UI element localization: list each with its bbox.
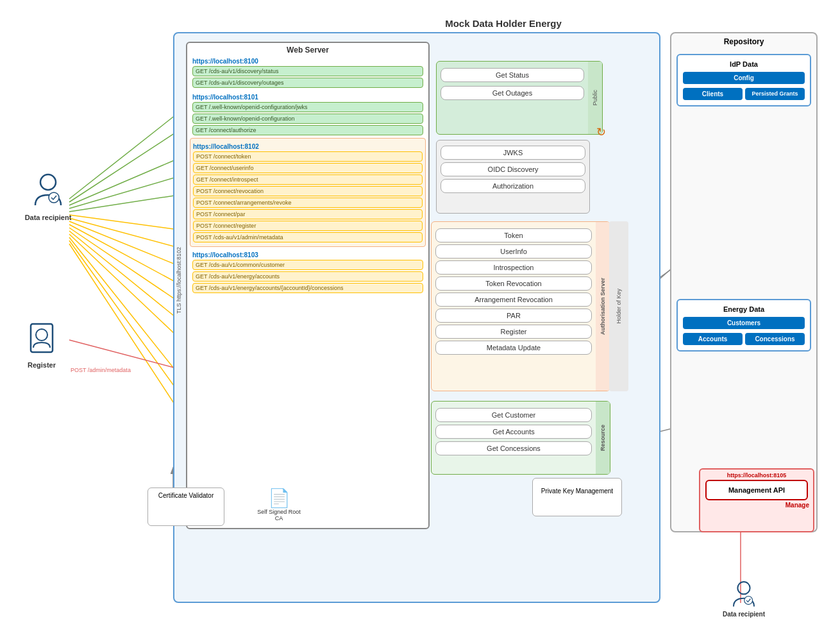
endpoint-metadata-update: Metadata Update: [435, 341, 592, 355]
public-panel: Get Status Get Outages Public: [436, 61, 603, 135]
public-label: Public: [588, 62, 602, 134]
route-introspect: GET /connect/introspect: [193, 174, 423, 185]
idp-clients-box: Clients: [683, 88, 743, 100]
endpoint-get-outages: Get Outages: [441, 86, 584, 100]
data-recipient-actor: Data recipient: [19, 173, 77, 221]
cert-validator-box: Certificate Validator: [147, 488, 224, 526]
manage-label: Manage: [700, 500, 813, 509]
repository-box: Repository IdP Data Config Clients Persi…: [670, 32, 818, 532]
holder-of-key-area: Holder of Key: [609, 221, 628, 391]
endpoint-arrangement-revocation: Arrangement Revocation: [435, 293, 592, 307]
endpoint-userinfo: UserInfo: [435, 244, 592, 259]
energy-concessions-box: Concessions: [745, 333, 805, 345]
energy-data-box: Energy Data Customers Accounts Concessio…: [676, 299, 811, 352]
route-par: POST /connect/par: [193, 209, 423, 219]
svg-point-41: [49, 192, 59, 203]
endpoint-get-customer: Get Customer: [435, 408, 592, 422]
energy-accounts-box: Accounts: [683, 333, 743, 345]
resource-label: Resource: [596, 402, 610, 474]
endpoint-register: Register: [435, 325, 592, 339]
endpoint-oidc-discovery: OIDC Discovery: [441, 162, 585, 176]
idp-data-title: IdP Data: [683, 60, 805, 68]
auth-server-panel: Token UserInfo Introspection Token Revoc…: [431, 221, 610, 391]
admin-route-label: POST /admin/metadata: [71, 367, 131, 373]
self-signed-ca-box: 📄 Self Signed Root CA: [253, 488, 305, 539]
route-get-outages: GET /cds-au/v1/discovery/outages: [192, 78, 423, 88]
svg-rect-42: [31, 324, 53, 352]
endpoint-get-accounts: Get Accounts: [435, 425, 592, 439]
energy-data-title: Energy Data: [683, 305, 805, 313]
main-title: Mock Data Holder Energy: [180, 18, 827, 29]
register-actor: Register: [13, 321, 71, 369]
web-server-box: Web Server https://localhost:8100 GET /c…: [186, 42, 430, 529]
tls-label: TLS https://localhost:8102: [176, 247, 182, 314]
route-arrangements-revoke: POST /connect/arrangements/revoke: [193, 198, 423, 208]
svg-point-40: [40, 174, 56, 190]
route-get-status: GET /cds-au/v1/discovery/status: [192, 66, 423, 76]
cert-validator-label: Certificate Validator: [152, 492, 220, 499]
url-8102: https://localhost:8102: [193, 143, 423, 150]
refresh-icon: ↻: [596, 125, 606, 139]
route-concessions: GET /cds-au/v1/energy/accounts/{accountI…: [192, 283, 423, 293]
route-authorize: GET /connect/authorize: [192, 125, 423, 135]
endpoint-jwks: JWKS: [441, 146, 585, 160]
route-admin-metadata: POST /cds-au/v1/admin/metadata: [193, 232, 423, 242]
url-8105: https://localhost:8105: [700, 470, 813, 480]
data-recipient-label: Data recipient: [19, 214, 77, 221]
self-signed-label: Self Signed Root CA: [253, 509, 305, 521]
data-recipient-bottom-actor: Data recipient: [718, 581, 769, 618]
route-jwks: GET /.well-known/openid-configuration/jw…: [192, 102, 423, 112]
route-register: POST /connect/register: [193, 221, 423, 231]
endpoint-token-revocation: Token Revocation: [435, 276, 592, 291]
pki-icon: 📄: [253, 488, 305, 509]
url-8101: https://localhost:8101: [192, 94, 423, 101]
idp-persisted-grants-box: Persisted Grants: [745, 88, 805, 100]
data-recipient-bottom-label: Data recipient: [718, 611, 769, 618]
route-customer: GET /cds-au/v1/common/customer: [192, 260, 423, 270]
oidc-panel: JWKS OIDC Discovery Authorization: [436, 140, 590, 214]
route-oidc: GET /.well-known/openid-configuration: [192, 114, 423, 124]
endpoint-get-concessions: Get Concessions: [435, 441, 592, 455]
energy-customers-box: Customers: [683, 317, 805, 329]
url-8100: https://localhost:8100: [192, 58, 423, 65]
endpoint-get-status: Get Status: [441, 68, 584, 82]
endpoint-token: Token: [435, 228, 592, 242]
endpoint-introspection: Introspection: [435, 260, 592, 275]
resource-panel: Get Customer Get Accounts Get Concession…: [431, 401, 610, 475]
auth-server-label: Authorisation Server: [596, 222, 610, 391]
route-userinfo: GET /connect/userinfo: [193, 163, 423, 173]
url-8103: https://localhost:8103: [192, 251, 423, 259]
route-token: POST /connect/token: [193, 151, 423, 162]
svg-point-44: [737, 582, 750, 594]
private-key-label: Private Key Management: [537, 482, 617, 495]
svg-point-45: [744, 597, 753, 605]
idp-data-box: IdP Data Config Clients Persisted Grants: [676, 54, 811, 106]
manage-box: https://localhost:8105 Management API Ma…: [699, 468, 814, 532]
route-revocation: POST /connect/revocation: [193, 186, 423, 196]
idp-config-box: Config: [683, 72, 805, 84]
endpoint-par: PAR: [435, 309, 592, 323]
private-key-mgmt-box: Private Key Management: [532, 478, 622, 516]
management-api-box: Management API: [705, 480, 808, 500]
web-server-label: Web Server: [187, 43, 428, 56]
route-accounts: GET /cds-au/v1/energy/accounts: [192, 271, 423, 282]
svg-point-43: [36, 329, 47, 341]
register-label: Register: [13, 361, 71, 369]
endpoint-authorization: Authorization: [441, 179, 585, 193]
repository-title: Repository: [671, 33, 816, 49]
